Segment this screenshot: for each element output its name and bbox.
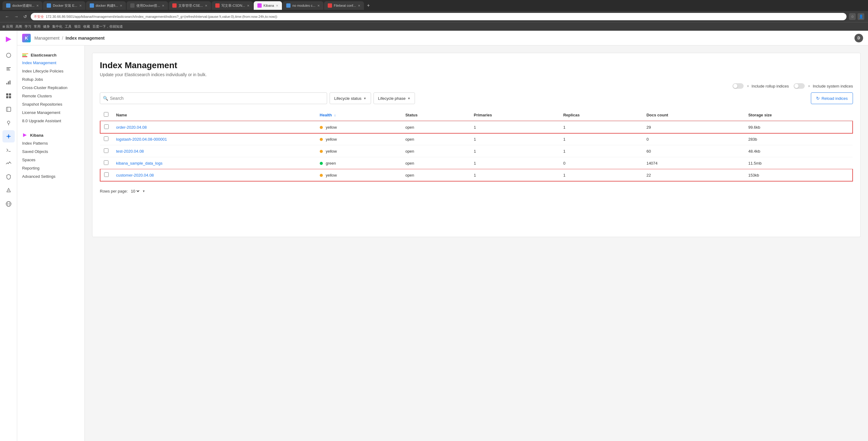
browser-tab-2[interactable]: Docker 安装 E... ✕ xyxy=(43,1,85,10)
sidebar-item-upgrade-assistant[interactable]: 8.0 Upgrade Assistant xyxy=(17,117,85,125)
sidebar-item-index-lifecycle[interactable]: Index Lifecycle Policies xyxy=(17,67,85,75)
bookmark-2[interactable]: 学习 xyxy=(25,24,31,29)
bookmark-1[interactable]: 高阁 xyxy=(16,24,22,29)
bookmark-6[interactable]: 工具 xyxy=(65,24,71,29)
row-select-checkbox[interactable] xyxy=(104,160,108,165)
tab-close-3[interactable]: ✕ xyxy=(120,4,122,7)
rail-dashboard-icon[interactable] xyxy=(2,90,15,102)
browser-tab-8[interactable]: no modules c... ✕ xyxy=(283,1,323,10)
sidebar-item-index-management[interactable]: Index Management xyxy=(17,59,85,67)
tab-close-4[interactable]: ✕ xyxy=(162,4,164,7)
browser-tab-9[interactable]: Filebeat conf... ✕ xyxy=(324,1,364,10)
bookmark-4[interactable]: 健身 xyxy=(43,24,50,29)
kibana-logo-icon[interactable] xyxy=(2,33,15,45)
sidebar-item-reporting[interactable]: Reporting xyxy=(17,164,85,172)
col-header-health[interactable]: Health ↕ xyxy=(316,109,402,121)
rail-canvas-icon[interactable] xyxy=(2,103,15,116)
sidebar-item-remote-clusters[interactable]: Remote Clusters xyxy=(17,92,85,100)
bookmark-7[interactable]: 项目 xyxy=(74,24,81,29)
rail-monitoring-icon[interactable] xyxy=(2,157,15,169)
toggle-rollup[interactable] xyxy=(733,83,744,89)
storage-size-cell: 153kb xyxy=(745,169,852,181)
rail-alerts-icon[interactable] xyxy=(2,184,15,196)
profile-button[interactable]: 👤 xyxy=(858,13,864,20)
health-label: yellow xyxy=(326,125,337,130)
forward-button[interactable]: → xyxy=(13,13,20,20)
bookmark-8[interactable]: 收藏 xyxy=(83,24,90,29)
tab-close-6[interactable]: ✕ xyxy=(247,4,249,7)
browser-tab-7[interactable]: Kibana ✕ xyxy=(254,1,282,10)
bookmark-button[interactable]: ☆ xyxy=(849,13,856,20)
bookmark-apps[interactable]: ⊞ 应用 xyxy=(2,24,13,29)
row-select-checkbox[interactable] xyxy=(104,136,108,141)
toggle-system[interactable] xyxy=(794,83,805,89)
rail-home-icon[interactable] xyxy=(2,49,15,61)
select-all-checkbox[interactable] xyxy=(104,112,108,117)
icon-rail xyxy=(0,31,17,441)
reload-indices-button[interactable]: ↻ Reload indices xyxy=(811,92,853,104)
replicas-cell: 1 xyxy=(560,169,643,181)
tab-close-2[interactable]: ✕ xyxy=(79,4,82,7)
tab-close-7[interactable]: ✕ xyxy=(276,4,278,7)
back-button[interactable]: ← xyxy=(4,13,10,20)
sidebar-item-index-patterns[interactable]: Index Patterns xyxy=(17,139,85,148)
col-name-label: Name xyxy=(116,113,127,117)
breadcrumb-parent[interactable]: Management xyxy=(34,36,60,40)
browser-tab-6[interactable]: 写文章-CSDN... ✕ xyxy=(212,1,253,10)
bookmark-5[interactable]: 集中化 xyxy=(52,24,62,29)
rows-per-page-select[interactable]: 10 25 50 xyxy=(130,189,141,194)
address-bar[interactable]: 不安全 172.30.66.86:5601/app/kibana#/manage… xyxy=(31,13,846,20)
tab-close-1[interactable]: ✕ xyxy=(36,4,39,7)
rail-spaces-icon[interactable] xyxy=(2,198,15,210)
row-select-checkbox[interactable] xyxy=(104,172,109,177)
row-select-checkbox[interactable] xyxy=(104,148,108,153)
rail-discover-icon[interactable] xyxy=(2,63,15,75)
sidebar-item-snapshot-repos[interactable]: Snapshot Repositories xyxy=(17,100,85,108)
col-header-status: Status xyxy=(402,109,470,121)
row-checkbox-cell xyxy=(100,133,113,145)
sidebar-item-rollup-jobs[interactable]: Rollup Jobs xyxy=(17,75,85,84)
user-avatar[interactable]: D xyxy=(855,34,863,42)
rail-maps-icon[interactable] xyxy=(2,117,15,129)
search-input[interactable] xyxy=(100,92,327,104)
browser-tab-1[interactable]: docker搭建fil... ✕ xyxy=(2,1,42,10)
apps-icon: ⊞ xyxy=(2,25,5,28)
lifecycle-phase-dropdown[interactable]: Lifecycle phase ▼ xyxy=(373,92,415,104)
index-name-link[interactable]: kibana_sample_data_logs xyxy=(116,161,162,165)
index-name-link[interactable]: customer-2020.04.08 xyxy=(116,173,154,178)
status-cell: open xyxy=(402,121,470,133)
sidebar-item-license-mgmt[interactable]: License Management xyxy=(17,108,85,117)
browser-tab-3[interactable]: docker 构建fi... ✕ xyxy=(86,1,126,10)
sidebar-item-index-patterns-label: Index Patterns xyxy=(22,141,48,146)
rows-per-page-row: Rows per page: 10 25 50 ▼ xyxy=(100,186,853,196)
rail-security-icon[interactable] xyxy=(2,171,15,183)
toggle-system-x: ✕ xyxy=(808,85,810,88)
sidebar-item-spaces[interactable]: Spaces xyxy=(17,156,85,164)
tab-close-9[interactable]: ✕ xyxy=(358,4,360,7)
bookmark-baidu[interactable]: 百度一下，你就知道 xyxy=(92,24,123,29)
bookmark-3[interactable]: 常用 xyxy=(34,24,40,29)
rail-dev-tools-icon[interactable] xyxy=(2,144,15,156)
browser-tab-4[interactable]: 使用Docker搭... ✕ xyxy=(127,1,168,10)
new-tab-button[interactable]: + xyxy=(365,3,372,8)
browser-tab-5[interactable]: 文章管理-CSE... ✕ xyxy=(168,1,211,10)
sidebar-item-reporting-label: Reporting xyxy=(22,166,39,170)
rail-management-icon[interactable] xyxy=(2,130,15,143)
index-name-link[interactable]: logstash-2020.04.08-000001 xyxy=(116,137,167,141)
tab-close-8[interactable]: ✕ xyxy=(317,4,320,7)
health-dot xyxy=(320,162,323,165)
lifecycle-status-dropdown[interactable]: Lifecycle status ▼ xyxy=(330,92,371,104)
svg-rect-11 xyxy=(6,107,11,112)
sidebar-item-cross-cluster[interactable]: Cross-Cluster Replication xyxy=(17,84,85,92)
index-name-link[interactable]: test-2020.04.08 xyxy=(116,149,144,154)
row-select-checkbox[interactable] xyxy=(104,124,109,129)
reload-page-button[interactable]: ↺ xyxy=(22,13,28,20)
tab-close-5[interactable]: ✕ xyxy=(205,4,207,7)
sidebar-item-advanced-settings[interactable]: Advanced Settings xyxy=(17,172,85,181)
sidebar-item-saved-objects[interactable]: Saved Objects xyxy=(17,148,85,156)
status-cell: open xyxy=(402,157,470,169)
rail-visualize-icon[interactable] xyxy=(2,76,15,89)
index-name-link[interactable]: order-2020.04.08 xyxy=(116,125,147,130)
docs-count-cell: 60 xyxy=(643,145,745,157)
tab-favicon-9 xyxy=(328,3,332,8)
